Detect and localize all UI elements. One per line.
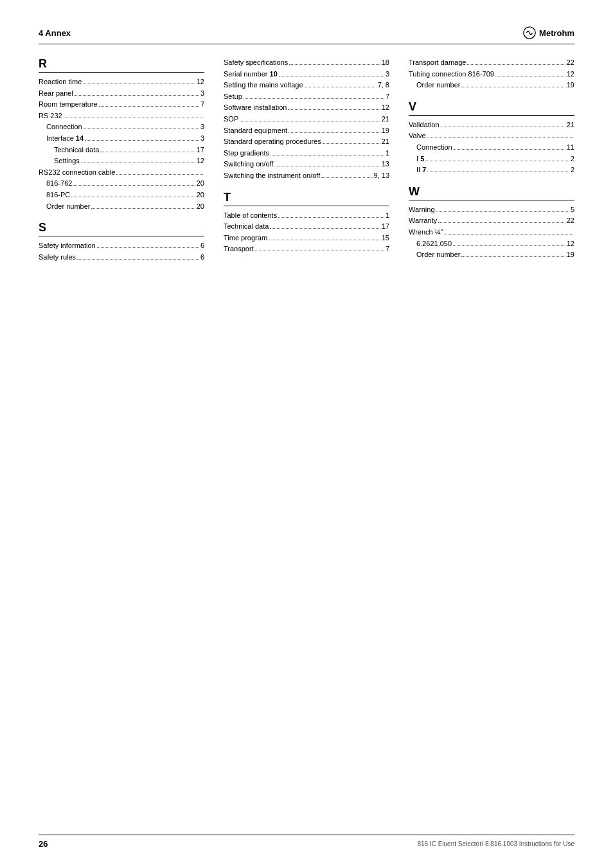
index-column-2: Safety specifications 18 Serial number 1… [224,57,389,272]
list-item: Step gradients 1 [224,148,389,159]
section-s-cont: Safety specifications 18 Serial number 1… [224,57,389,182]
list-item: RS232 connection cable [39,167,204,179]
list-item: Order number 19 [409,249,574,261]
list-item: Safety rules 6 [39,252,204,263]
list-item: Settings 12 [39,155,204,167]
section-w: W Warning 5 Warranty 22 Wrench ¼" [409,185,574,261]
list-item: Switching on/off 13 [224,159,389,170]
list-item: Technical data 17 [224,221,389,233]
list-item: Software installation 12 [224,102,389,114]
logo: Metrohm [522,26,574,40]
list-item: Warning 5 [409,204,574,216]
page-header: 4 Annex Metrohm [39,26,574,44]
list-item: Safety specifications 18 [224,57,389,69]
section-letter-r: R [39,57,204,73]
list-item: Validation 21 [409,120,574,131]
metrohm-logo-icon [522,26,537,40]
section-letter-w: W [409,185,574,200]
list-item: Technical data 17 [39,145,204,156]
list-item: Transport damage 22 [409,57,574,69]
list-item: II 7 2 [409,164,574,176]
list-item: Order number 20 [39,201,204,213]
list-item: Valve [409,130,574,142]
section-letter-v: V [409,100,574,116]
list-item: Rear panel 3 [39,88,204,100]
section-v: V Validation 21 Valve Connection 11 [409,100,574,176]
page: 4 Annex Metrohm R Reaction time 12 Rear [0,0,613,868]
list-item: I 5 2 [409,154,574,165]
footer-description: 816 IC Eluent Selector/ 8.816.1003 Instr… [417,840,574,847]
list-item: Reaction time 12 [39,76,204,88]
list-item: 816-PC 20 [39,190,204,201]
index-column-1: R Reaction time 12 Rear panel 3 Room tem… [39,57,204,272]
index-content: R Reaction time 12 Rear panel 3 Room tem… [39,57,574,272]
list-item: Time program 15 [224,233,389,244]
list-item: Order number 19 [409,80,574,91]
list-item: Connection 11 [409,142,574,154]
list-item: SOP 21 [224,114,389,125]
section-s: S Safety information 6 Safety rules 6 [39,221,204,263]
list-item: RS 232 [39,111,204,122]
section-t-cont: Transport damage 22 Tubing connection 81… [409,57,574,91]
brand-name: Metrohm [539,28,574,38]
list-item: Connection 3 [39,121,204,133]
list-item: 6.2621.050 12 [409,238,574,250]
list-item: Standard operating procedures 21 [224,136,389,148]
list-item: Safety information 6 [39,240,204,252]
section-r: R Reaction time 12 Rear panel 3 Room tem… [39,57,204,212]
list-item: Tubing connection 816-709 12 [409,69,574,80]
list-item: Table of contents 1 [224,210,389,222]
page-footer: 26 816 IC Eluent Selector/ 8.816.1003 In… [39,835,574,849]
list-item: Transport 7 [224,244,389,255]
page-number: 26 [39,839,48,849]
chapter-title: 4 Annex [39,28,71,38]
section-t: T Table of contents 1 Technical data 17 … [224,191,389,255]
list-item: Wrench ¼" [409,227,574,238]
list-item: Setup 7 [224,91,389,103]
list-item: Standard equipment 19 [224,125,389,137]
list-item: Switching the instrument on/off 9, 13 [224,170,389,182]
section-letter-t: T [224,191,389,206]
list-item: Room temperature 7 [39,99,204,111]
section-letter-s: S [39,221,204,236]
index-column-3: Transport damage 22 Tubing connection 81… [409,57,574,272]
list-item: Setting the mains voltage 7, 8 [224,80,389,91]
list-item: Serial number 10 3 [224,69,389,80]
list-item: Warranty 22 [409,215,574,227]
list-item: Interface 14 3 [39,133,204,145]
list-item: 816-762 20 [39,178,204,190]
